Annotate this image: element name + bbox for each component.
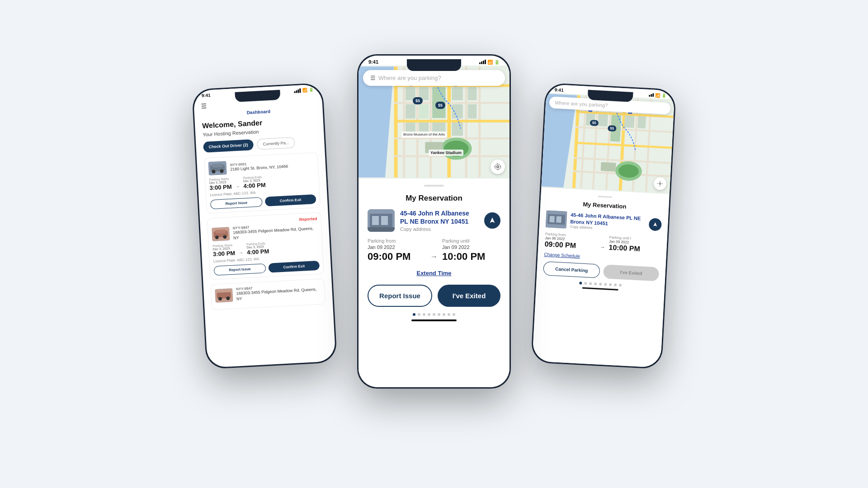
copy-address-center[interactable]: Copy address	[400, 226, 479, 232]
dot-r1	[579, 282, 582, 284]
confirm-exit-btn-2[interactable]: Confirm Exit	[268, 261, 320, 273]
price-pin-right-1: $5	[590, 120, 599, 126]
svg-rect-37	[452, 104, 463, 118]
dot-7	[443, 313, 445, 316]
map-right: M M Where are you parking? $5 $5	[541, 93, 675, 194]
venue-info-center: 45-46 John R Albanese PL NE Bronx NY 104…	[400, 209, 479, 232]
reservation-card-3: NYY-9847 168303-3455 Pidgeon Meadow Rd, …	[211, 279, 326, 310]
svg-rect-24	[394, 102, 509, 104]
home-indicator-center	[411, 319, 457, 321]
car-thumb-3	[215, 288, 233, 302]
battery-icon-right: 🔋	[661, 93, 667, 98]
wifi-icon-left: 📶	[302, 88, 307, 93]
search-placeholder-center: Where are you parking?	[378, 75, 441, 81]
museum-label: Bronx Museum of the Arts	[401, 131, 447, 138]
parking-times-right: Parking from Jan 09 2022 09:00 PM → Park…	[544, 232, 661, 254]
venue-thumb-center	[368, 209, 395, 232]
time-arrow-right: →	[599, 235, 606, 252]
dot-r5	[599, 283, 602, 286]
dashboard-content: ☰ Dashboard Welcome, Sander Your Hosting…	[193, 93, 333, 319]
from-date: Jan 09 2022	[368, 244, 426, 250]
svg-rect-53	[381, 216, 388, 225]
start-time-2: 3:00 PM	[213, 250, 236, 258]
ive-exited-btn-right[interactable]: I've Exited	[603, 264, 659, 281]
tab-row: Check Out Driver (2) Currently Pa...	[203, 136, 317, 153]
svg-rect-70	[598, 114, 608, 127]
change-schedule-link[interactable]: Change Schedule	[544, 252, 660, 263]
report-issue-btn-center[interactable]: Report Issue	[368, 285, 432, 307]
svg-rect-7	[215, 230, 226, 234]
venue-name-center: 45-46 John R Albanese PL NE Bronx NY 104…	[400, 209, 479, 225]
bottom-btns-center: Report Issue I've Exited	[368, 285, 500, 307]
svg-rect-36	[452, 87, 463, 100]
bottom-sheet-center: My Reservation 45-46 John R Albanese PL …	[359, 178, 509, 387]
reservation-card-1: NYY-0001 2180 Light St. Bronx, NY, 10466…	[204, 152, 321, 214]
svg-rect-73	[637, 116, 646, 128]
dot-6	[438, 313, 440, 316]
notch-center	[407, 59, 461, 71]
sheet-handle-right	[598, 196, 612, 198]
svg-rect-39	[468, 87, 477, 100]
cancel-parking-btn[interactable]: Cancel Parking	[543, 261, 600, 278]
parking-times-center: Parking from Jan 09 2022 09:00 PM → Park…	[368, 238, 500, 263]
time-right: 9:41	[554, 87, 564, 93]
svg-rect-25	[394, 120, 509, 122]
dots-row-center	[368, 313, 500, 316]
stadium-label: Yankee Stadium	[429, 150, 463, 156]
dot-r8	[614, 283, 617, 286]
svg-rect-72	[624, 115, 635, 128]
right-phone: 9:41 📶 🔋	[531, 83, 676, 369]
menu-icon-center[interactable]: ☰	[370, 75, 376, 81]
report-btn-1[interactable]: Report Issue	[210, 197, 263, 209]
dot-5	[433, 313, 435, 316]
svg-rect-2	[212, 164, 223, 168]
dot-r7	[609, 283, 612, 286]
ive-exited-btn-center[interactable]: I've Exited	[438, 285, 500, 307]
dot-r2	[584, 282, 587, 285]
bottom-sheet-right: My Reservation 45-46 John R Albanese PL …	[532, 188, 670, 368]
venue-row-center: 45-46 John R Albanese PL NE Bronx NY 104…	[368, 209, 500, 232]
battery-icon-center: 🔋	[494, 60, 500, 65]
map-search-center[interactable]: ☰ Where are you parking?	[363, 70, 505, 86]
end-time-2: 4:00 PM	[247, 248, 269, 256]
from-col-right: Parking from Jan 09 2022 09:00 PM	[544, 232, 597, 251]
svg-rect-52	[372, 216, 379, 225]
report-btn-2[interactable]: Report Issue	[214, 263, 266, 276]
reservation-card-2: Reported NYY-9847	[207, 212, 324, 280]
svg-rect-84	[549, 216, 555, 223]
from-label: Parking from	[368, 238, 426, 244]
venue-info-right: 45-46 John R Albanese PL NE Bronx NY 104…	[570, 211, 646, 232]
scene: 9:41 📶 🔋 ☰ Dashboard Welcome, Sander	[185, 41, 683, 447]
map-center: M M ☰ Where are you parking? $5 $5 Yan	[359, 66, 509, 178]
wifi-icon-right: 📶	[655, 93, 660, 98]
dot-3	[423, 313, 425, 316]
battery-icon-left: 🔋	[308, 87, 314, 92]
location-btn-center[interactable]	[491, 160, 505, 174]
left-phone: 9:41 📶 🔋 ☰ Dashboard Welcome, Sander	[192, 83, 337, 369]
car-thumb-2	[212, 227, 230, 241]
confirm-exit-btn-1[interactable]: Confirm Exit	[265, 194, 316, 206]
wifi-icon-center: 📶	[487, 60, 493, 65]
bottom-btns-right: Cancel Parking I've Exited	[543, 261, 659, 281]
svg-rect-32	[419, 104, 429, 118]
dot-r6	[604, 283, 607, 286]
time-center: 9:41	[368, 59, 378, 65]
navigate-btn-right[interactable]	[649, 218, 662, 231]
venue-thumb-right	[546, 210, 567, 228]
svg-rect-38	[452, 122, 463, 136]
navigate-btn-center[interactable]	[484, 212, 500, 229]
svg-rect-54	[368, 227, 395, 232]
dot-r9	[619, 284, 622, 286]
car-thumb-1	[208, 161, 227, 175]
reservation-title-right: My Reservation	[547, 199, 662, 211]
dots-row-right	[542, 280, 658, 288]
dot-1	[413, 313, 415, 316]
extend-link[interactable]: Extend Time	[368, 270, 500, 277]
venue-row-right: 45-46 John R Albanese PL NE Bronx NY 104…	[546, 210, 662, 233]
dot-r3	[589, 282, 592, 285]
checkout-tab[interactable]: Check Out Driver (2)	[203, 139, 254, 153]
currently-tab[interactable]: Currently Pa...	[257, 137, 295, 150]
dot-8	[448, 313, 450, 316]
svg-rect-76	[601, 162, 616, 172]
search-placeholder-right: Where are you parking?	[555, 100, 608, 108]
